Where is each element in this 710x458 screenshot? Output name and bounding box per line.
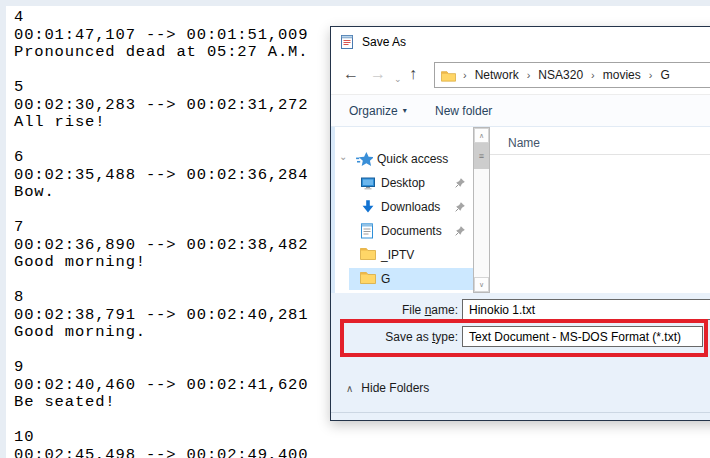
new-folder-label: New folder xyxy=(435,104,492,118)
tree-item-quick-access[interactable]: ⌄ Quick access xyxy=(335,147,473,171)
folder-icon xyxy=(441,69,456,82)
desktop-icon xyxy=(360,175,376,191)
scroll-track[interactable] xyxy=(474,169,489,277)
footer-divider xyxy=(331,412,710,413)
tree-item-iptv[interactable]: _IPTV xyxy=(335,243,473,267)
folder-icon xyxy=(360,247,376,260)
file-name-input[interactable] xyxy=(462,299,710,320)
hide-folders-label: Hide Folders xyxy=(361,381,429,395)
save-as-type-label: Save as type: xyxy=(331,330,458,344)
hide-folders-button[interactable]: ∧ Hide Folders xyxy=(346,381,429,395)
folder-icon xyxy=(360,271,376,284)
organize-label: Organize xyxy=(349,104,398,118)
chevron-down-icon[interactable]: ⌄ xyxy=(339,151,347,162)
back-arrow-icon[interactable]: ← xyxy=(343,64,359,84)
command-bar: Organize ▾ New folder xyxy=(331,94,710,127)
forward-arrow-icon[interactable]: → xyxy=(370,64,386,84)
file-list[interactable]: Name xyxy=(490,127,710,293)
organize-button[interactable]: Organize ▾ xyxy=(349,95,407,126)
breadcrumb-item-network[interactable]: Network xyxy=(469,68,525,82)
tree-item-label: Downloads xyxy=(381,200,440,214)
breadcrumb-item-nsa320[interactable]: NSA320 xyxy=(532,68,589,82)
scroll-thumb[interactable]: ≡ xyxy=(474,143,489,169)
navigation-tree: ⌄ Quick access xyxy=(335,127,473,293)
dialog-titlebar[interactable]: Save As xyxy=(331,27,710,56)
pin-icon xyxy=(455,226,465,236)
tree-item-downloads[interactable]: Downloads xyxy=(335,195,473,219)
quick-access-star-icon xyxy=(356,151,373,166)
tree-item-g-selected[interactable]: G xyxy=(335,267,473,291)
dialog-footer: File name: Save as type: Text Document -… xyxy=(331,293,710,420)
file-name-label: File name: xyxy=(331,303,458,317)
save-as-dialog: Save As ← → ⌄ ↑ › Network › NSA320 › mov… xyxy=(330,26,710,421)
tree-item-label: Documents xyxy=(381,224,442,238)
label-text: File xyxy=(402,303,425,317)
chevron-up-icon: ∧ xyxy=(346,383,353,394)
label-text: ame: xyxy=(431,303,458,317)
header-divider xyxy=(490,154,710,155)
navigation-bar: ← → ⌄ ↑ › Network › NSA320 › movies › G xyxy=(331,56,710,94)
tree-item-documents[interactable]: Documents xyxy=(335,219,473,243)
save-as-type-select[interactable]: Text Document - MS-DOS Format (*.txt) xyxy=(462,326,703,347)
screen: 4 00:01:47,107 --> 00:01:51,009 Pronounc… xyxy=(0,0,710,458)
breadcrumb-separator-icon: › xyxy=(647,69,655,81)
scroll-grip-icon: ≡ xyxy=(479,151,484,161)
tree-item-label: Desktop xyxy=(381,176,425,190)
breadcrumb-separator-icon: › xyxy=(589,69,597,81)
pin-icon xyxy=(455,202,465,212)
label-text: Save as xyxy=(385,330,432,344)
address-bar[interactable]: › Network › NSA320 › movies › G xyxy=(434,62,710,88)
breadcrumb-separator-icon: › xyxy=(461,69,469,81)
documents-icon xyxy=(360,223,374,239)
tree-item-label: Quick access xyxy=(377,152,448,166)
save-as-type-value: Text Document - MS-DOS Format (*.txt) xyxy=(469,330,681,344)
breadcrumb-item-movies[interactable]: movies xyxy=(597,68,647,82)
pin-icon xyxy=(455,178,465,188)
recent-locations-chevron-icon[interactable]: ⌄ xyxy=(394,69,402,89)
tree-item-desktop[interactable]: Desktop xyxy=(335,171,473,195)
scroll-up-button[interactable]: ∧ xyxy=(474,128,489,143)
chevron-down-icon: ▾ xyxy=(403,106,407,115)
name-column-header[interactable]: Name xyxy=(508,136,540,150)
dialog-title: Save As xyxy=(362,35,406,49)
tree-item-label: G xyxy=(381,272,390,286)
scroll-down-button[interactable]: ∨ xyxy=(474,277,489,292)
downloads-icon xyxy=(360,199,376,215)
label-text: ype: xyxy=(435,330,458,344)
tree-item-label: _IPTV xyxy=(381,248,414,262)
up-arrow-icon[interactable]: ↑ xyxy=(409,64,417,84)
breadcrumb-separator-icon: › xyxy=(525,69,533,81)
new-folder-button[interactable]: New folder xyxy=(435,95,492,126)
notepad-icon xyxy=(339,34,355,50)
breadcrumb-item-g[interactable]: G xyxy=(654,68,675,82)
browser-area: ⌄ Quick access xyxy=(331,127,710,293)
tree-scrollbar[interactable]: ∧ ≡ ∨ xyxy=(473,127,490,293)
